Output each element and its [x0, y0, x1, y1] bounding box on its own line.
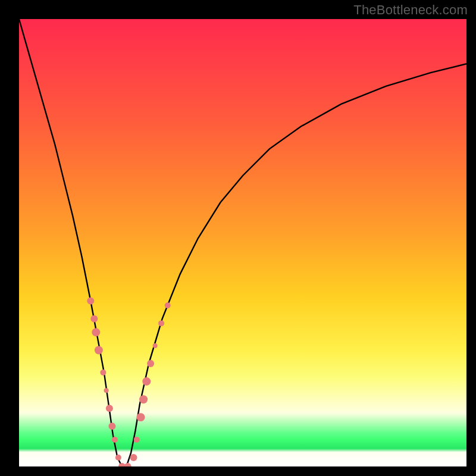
chart-frame: TheBottleneck.com — [0, 0, 476, 476]
curve-marker — [108, 422, 115, 430]
bottleneck-curve — [19, 19, 466, 466]
curve-marker — [95, 346, 103, 355]
curve-marker — [92, 328, 100, 336]
curve-marker — [153, 343, 158, 348]
curve-marker — [100, 369, 106, 375]
curve-marker — [137, 413, 145, 421]
curve-marker — [104, 388, 109, 393]
curve-marker — [134, 437, 140, 443]
curve-marker — [106, 405, 113, 412]
curve-marker — [139, 395, 148, 403]
curve-markers — [87, 298, 170, 466]
curve-marker — [165, 302, 171, 308]
chart-plot-area — [19, 19, 466, 466]
curve-marker — [87, 298, 94, 305]
curve-marker — [142, 377, 151, 386]
curve-marker — [130, 454, 137, 461]
curve-marker — [112, 437, 118, 443]
curve-marker — [90, 315, 98, 322]
curve-marker — [147, 360, 154, 367]
curve-marker — [158, 320, 164, 326]
chart-svg — [19, 19, 466, 466]
curve-marker — [124, 463, 131, 466]
watermark-text: TheBottleneck.com — [353, 2, 468, 18]
curve-marker — [115, 455, 121, 461]
